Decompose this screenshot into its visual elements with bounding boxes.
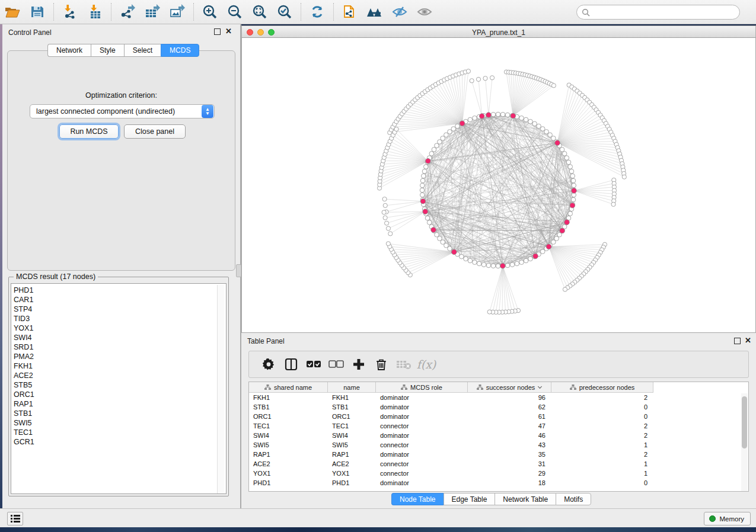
tab-edge-table[interactable]: Edge Table (444, 493, 495, 505)
add-column-icon[interactable] (347, 354, 370, 374)
table-row[interactable]: YOX1YOX1connector291 (249, 469, 742, 478)
result-item[interactable]: PMA2 (11, 352, 226, 361)
tab-mcds[interactable]: MCDS (161, 44, 199, 57)
result-item[interactable]: SRD1 (11, 342, 226, 352)
search-input[interactable] (590, 7, 739, 18)
result-item[interactable]: GCR1 (11, 437, 226, 447)
cell-successor-nodes: 96 (468, 393, 551, 402)
import-network-icon[interactable] (60, 3, 80, 21)
result-item[interactable]: TID3 (11, 314, 226, 323)
node-table-body: FKH1FKH1dominator962STB1STB1dominator620… (249, 393, 742, 488)
result-list-scrollbar[interactable] (217, 285, 224, 493)
cell-predecessor-nodes: 0 (551, 478, 653, 488)
table-row[interactable]: SWI5SWI5connector431 (249, 440, 742, 450)
column-header-name[interactable]: name (328, 382, 376, 392)
result-item[interactable]: ORC1 (11, 390, 226, 399)
table-row[interactable]: FKH1FKH1dominator962 (249, 393, 742, 402)
zoom-fit-icon[interactable] (250, 3, 270, 21)
export-image-icon[interactable] (167, 3, 187, 21)
import-table-icon[interactable] (85, 3, 105, 21)
cell-MCDS-role: dominator (376, 431, 468, 440)
close-panel-icon[interactable]: ✕ (745, 336, 751, 345)
table-row[interactable]: ACE2ACE2connector311 (249, 459, 742, 469)
tab-network[interactable]: Network (47, 44, 91, 57)
gear-icon[interactable] (257, 354, 280, 374)
result-item[interactable]: SWI5 (11, 418, 226, 428)
table-row[interactable]: TEC1TEC1connector472 (249, 421, 742, 431)
network-overview-icon[interactable] (365, 3, 385, 21)
share-document-icon[interactable] (340, 3, 360, 21)
select-all-icon[interactable] (302, 354, 325, 374)
toolbar-separator (193, 3, 194, 21)
cell-MCDS-role: dominator (376, 478, 468, 488)
result-item[interactable]: STB5 (11, 380, 226, 390)
save-icon[interactable] (27, 3, 47, 21)
result-item[interactable]: ACE2 (11, 371, 226, 380)
close-panel-icon[interactable]: ✕ (225, 27, 232, 36)
result-item[interactable]: STP4 (11, 305, 226, 314)
result-item[interactable]: RAP1 (11, 399, 226, 409)
result-item[interactable]: PHD1 (11, 286, 226, 295)
task-history-button[interactable] (7, 512, 23, 525)
delete-icon[interactable] (370, 354, 393, 374)
column-pane-icon[interactable] (280, 354, 302, 374)
table-row[interactable]: ORC1ORC1dominator610 (249, 412, 742, 421)
memory-button[interactable]: Memory (704, 512, 751, 525)
result-item[interactable]: YOX1 (11, 323, 226, 333)
result-item[interactable]: FKH1 (11, 361, 226, 371)
control-panel-tabs: NetworkStyleSelectMCDS (47, 44, 199, 57)
result-item[interactable]: STB1 (11, 409, 226, 418)
tab-network-table[interactable]: Network Table (495, 493, 556, 505)
cell-shared-name: SWI5 (249, 440, 328, 450)
float-panel-icon[interactable] (214, 28, 221, 35)
export-table-icon[interactable] (142, 3, 162, 21)
cell-predecessor-nodes: 1 (551, 469, 653, 478)
cell-name: SWI5 (328, 440, 376, 450)
run-mcds-button[interactable]: Run MCDS (59, 124, 119, 139)
tab-node-table[interactable]: Node Table (391, 493, 444, 505)
open-file-icon[interactable] (2, 3, 23, 21)
cell-MCDS-role: connector (376, 421, 468, 431)
cell-name: FKH1 (328, 393, 376, 402)
optimization-criterion-label: Optimization criterion: (8, 91, 235, 100)
cell-MCDS-role: dominator (376, 450, 468, 459)
result-item[interactable]: TEC1 (11, 428, 226, 437)
optimization-criterion-select[interactable]: largest connected component (undirected)… (30, 104, 215, 118)
search-box[interactable] (576, 5, 740, 20)
tab-motifs[interactable]: Motifs (556, 493, 591, 505)
result-item[interactable]: SWI4 (11, 333, 226, 342)
network-window-title: YPA_prune.txt_1 (242, 28, 755, 37)
table-scrollbar-thumb[interactable] (742, 396, 747, 448)
column-header-successor-nodes[interactable]: successor nodes (468, 382, 551, 392)
table-row[interactable]: STB1STB1dominator620 (249, 402, 742, 412)
result-item[interactable]: CAR1 (11, 295, 226, 305)
cytoscape-window: Control Panel ✕ NetworkStyleSelectMCDS O… (0, 0, 756, 532)
network-window-titlebar[interactable]: YPA_prune.txt_1 (241, 25, 756, 38)
tab-style[interactable]: Style (91, 44, 124, 57)
table-row[interactable]: SWI4SWI4dominator462 (249, 431, 742, 440)
show-details-icon[interactable] (414, 3, 435, 21)
column-header-predecessor-nodes[interactable]: predecessor nodes (551, 382, 653, 392)
splitter-handle[interactable] (236, 264, 241, 277)
tab-select[interactable]: Select (124, 44, 161, 57)
column-header-MCDS-role[interactable]: MCDS role (376, 382, 468, 392)
hide-details-icon[interactable] (390, 3, 410, 21)
float-panel-icon[interactable] (734, 338, 741, 344)
sort-desc-icon (538, 385, 542, 389)
zoom-selected-icon[interactable] (275, 3, 295, 21)
zoom-in-icon[interactable] (200, 3, 220, 21)
table-row[interactable]: RAP1RAP1dominator352 (249, 450, 742, 459)
node-table[interactable]: shared namenameMCDS rolesuccessor nodesp… (248, 382, 749, 492)
table-scrollbar[interactable] (741, 393, 748, 491)
toolbar-separator (301, 3, 301, 21)
refresh-icon[interactable] (307, 3, 327, 21)
zoom-out-icon[interactable] (225, 3, 245, 21)
table-row[interactable]: PHD1PHD1dominator180 (249, 478, 742, 488)
column-header-shared-name[interactable]: shared name (249, 382, 328, 392)
mcds-result-list[interactable]: PHD1CAR1STP4TID3YOX1SWI4SRD1PMA2FKH1ACE2… (11, 283, 227, 494)
table-panel: Table Panel ✕ (241, 333, 756, 508)
deselect-all-icon[interactable] (325, 354, 347, 374)
export-network-icon[interactable] (117, 3, 138, 21)
network-canvas[interactable] (241, 38, 756, 333)
close-panel-button[interactable]: Close panel (124, 124, 186, 139)
